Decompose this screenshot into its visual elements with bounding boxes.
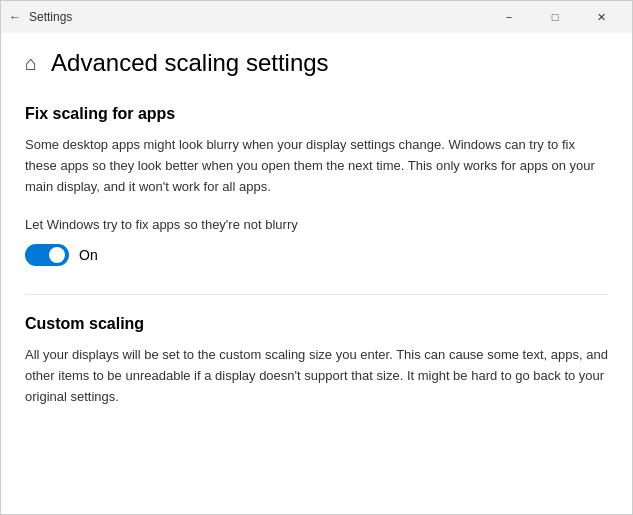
custom-scaling-section: Custom scaling All your displays will be… xyxy=(25,315,608,407)
settings-window: ← Settings − □ ✕ ⌂ Advanced scaling sett… xyxy=(0,0,633,515)
close-button[interactable]: ✕ xyxy=(578,1,624,33)
title-bar-title: Settings xyxy=(29,10,72,24)
minimize-button[interactable]: − xyxy=(486,1,532,33)
fix-scaling-description: Some desktop apps might look blurry when… xyxy=(25,135,608,197)
back-button[interactable]: ← xyxy=(9,10,21,24)
section-divider xyxy=(25,294,608,295)
home-icon[interactable]: ⌂ xyxy=(25,53,37,73)
title-bar: ← Settings − □ ✕ xyxy=(1,1,632,33)
toggle-setting-label: Let Windows try to fix apps so they're n… xyxy=(25,217,608,232)
fix-scaling-toggle[interactable] xyxy=(25,244,69,266)
content-area: ⌂ Advanced scaling settings Fix scaling … xyxy=(1,33,632,514)
toggle-row: On xyxy=(25,244,608,266)
fix-scaling-section: Fix scaling for apps Some desktop apps m… xyxy=(25,105,608,266)
fix-scaling-section-title: Fix scaling for apps xyxy=(25,105,608,123)
maximize-button[interactable]: □ xyxy=(532,1,578,33)
title-bar-controls: − □ ✕ xyxy=(486,1,624,33)
custom-scaling-description: All your displays will be set to the cus… xyxy=(25,345,608,407)
toggle-state-label: On xyxy=(79,247,98,263)
toggle-track xyxy=(25,244,69,266)
page-title: Advanced scaling settings xyxy=(51,49,329,77)
toggle-thumb xyxy=(49,247,65,263)
page-header: ⌂ Advanced scaling settings xyxy=(25,49,608,77)
title-bar-left: ← Settings xyxy=(9,10,72,24)
custom-scaling-section-title: Custom scaling xyxy=(25,315,608,333)
